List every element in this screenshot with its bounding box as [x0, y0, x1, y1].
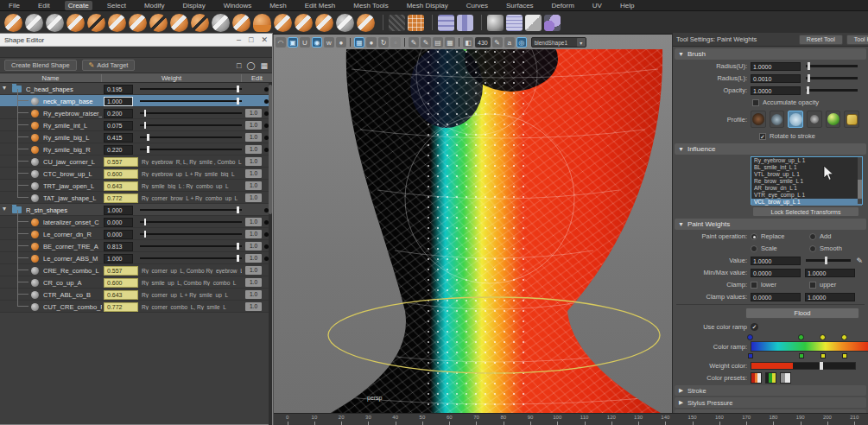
- rotate-to-stroke-checkbox[interactable]: ✓: [759, 133, 766, 140]
- weight-value-field[interactable]: 0.075: [104, 121, 133, 130]
- weight-slider[interactable]: [140, 124, 242, 126]
- shelf-document-icon[interactable]: [506, 15, 523, 31]
- value-slider[interactable]: [806, 259, 851, 262]
- shelf-sphere-icon[interactable]: [232, 14, 250, 32]
- replace-radio[interactable]: [751, 233, 757, 240]
- 3d-viewport[interactable]: ◠▣U◉w●▦●↻▫✎✎▤▦◧430✎a◎blendShape1▾: [274, 35, 672, 413]
- timeline-frame-160[interactable]: 160: [706, 414, 732, 425]
- slider-handle[interactable]: [237, 86, 239, 92]
- clamp-upper-checkbox[interactable]: [809, 282, 816, 289]
- timeline-frame-110[interactable]: 110: [571, 414, 598, 425]
- influence-item-vtl-brow-up-l-1[interactable]: VTL_brow_up_L 1: [751, 171, 862, 178]
- use-color-ramp-checkbox[interactable]: ✓: [751, 323, 758, 331]
- shelf-sphere-icon[interactable]: [295, 14, 313, 32]
- expand-caret-icon[interactable]: ▾: [3, 84, 6, 92]
- weight-slider[interactable]: [140, 100, 242, 102]
- weight-value-field[interactable]: 0.643: [104, 181, 138, 191]
- lock-selected-transforms-button[interactable]: Lock Selected Transforms: [752, 206, 859, 217]
- weight-value-field[interactable]: 0.415: [104, 133, 133, 143]
- menu-select[interactable]: Select: [104, 1, 130, 10]
- radius-u-field[interactable]: 1.0000: [751, 62, 801, 71]
- weight-value-field[interactable]: 0.772: [104, 302, 138, 312]
- influence-item-re-brow-smile-l-1[interactable]: Re_brow_smile_L 1: [751, 178, 862, 185]
- menu-surfaces[interactable]: Surfaces: [503, 1, 537, 10]
- slider-handle[interactable]: [144, 122, 147, 129]
- lasso-tool-icon[interactable]: ◠: [276, 37, 286, 48]
- edit-badge[interactable]: 1.0: [245, 218, 262, 226]
- edit-badge[interactable]: 1.0: [245, 278, 262, 287]
- grid-icon[interactable]: ▦: [445, 37, 455, 48]
- weight-value-field[interactable]: 0.600: [104, 169, 138, 179]
- edit-badge[interactable]: 1.0: [245, 302, 262, 311]
- weight-slider[interactable]: [140, 112, 242, 114]
- shaded-sphere-icon[interactable]: ◎: [516, 37, 527, 48]
- ramp-anchor-icon[interactable]: [842, 353, 847, 358]
- shelf-sphere-box-icon[interactable]: [253, 14, 271, 32]
- shelf-sphere-icon[interactable]: [170, 14, 188, 32]
- weight-slider[interactable]: [140, 245, 242, 247]
- brush-profile-medium-icon[interactable]: [770, 111, 785, 128]
- color-ramp-widget[interactable]: [751, 334, 868, 358]
- shape-row-ry-smile-int-l[interactable]: Ry_smile_int_L0.0751.0: [0, 119, 272, 131]
- brush-section-header[interactable]: ▼ Brush: [675, 48, 866, 60]
- edit-badge[interactable]: 1.0: [245, 242, 262, 251]
- shelf-gray-sphere-icon[interactable]: [212, 14, 230, 32]
- shelf-box-icon[interactable]: [525, 15, 542, 31]
- edit-badge[interactable]: 1.0: [245, 254, 262, 263]
- edit-badge[interactable]: 1.0: [245, 290, 262, 299]
- slider-handle[interactable]: [147, 146, 149, 153]
- shelf-sphere-icon[interactable]: [108, 14, 126, 32]
- edit-badge[interactable]: 1.0: [245, 230, 262, 238]
- shelf-gray-sphere-icon[interactable]: [46, 14, 64, 32]
- slider-handle[interactable]: [237, 255, 239, 262]
- shelf-panel-icon[interactable]: [438, 15, 454, 31]
- section-stroke[interactable]: ▶Stroke: [675, 385, 866, 396]
- snap-point-icon[interactable]: ●: [366, 37, 377, 48]
- radius-u-slider[interactable]: [806, 65, 858, 67]
- menu-modify[interactable]: Modify: [141, 1, 168, 10]
- camera-icon[interactable]: ◧: [463, 37, 473, 48]
- close-button[interactable]: ✕: [261, 36, 268, 44]
- menu-windows[interactable]: Windows: [220, 1, 255, 10]
- weight-value-field[interactable]: 0.643: [104, 290, 138, 300]
- menu-help[interactable]: Help: [617, 1, 637, 10]
- weight-slider[interactable]: [140, 136, 242, 138]
- create-blendshape-button[interactable]: Create Blend Shape: [4, 60, 77, 71]
- shape-row-ry-smile-big-l[interactable]: Ry_smile_big_L0.4151.0: [0, 131, 272, 143]
- influence-list[interactable]: Ry_eyebrow_up_L 1BL_smile_int_L 1VTL_bro…: [751, 156, 863, 205]
- ramp-handle-icon[interactable]: [747, 334, 753, 340]
- timeline-frame-10[interactable]: 10: [301, 414, 327, 425]
- weight-slider[interactable]: [140, 149, 242, 150]
- shape-row-cu-jaw-corner-l[interactable]: CU_jaw_corner_L0.557Ry_eyebrow_R, L, Ry_…: [0, 155, 272, 168]
- color-preset-gray-swatch[interactable]: [780, 372, 791, 384]
- shelf-sphere-icon[interactable]: [4, 14, 22, 32]
- point-icon[interactable]: ●: [336, 37, 346, 48]
- timeline-frame-180[interactable]: 180: [760, 414, 787, 425]
- shelf-sphere-slash-icon[interactable]: [149, 14, 168, 32]
- frame-chip[interactable]: 430: [475, 37, 491, 48]
- shape-row-trt-jaw-open-l[interactable]: TRT_jaw_open_L0.643Ry_smile_big_L : Ry_c…: [0, 180, 272, 192]
- shape-editor-scrollbar[interactable]: [269, 83, 272, 425]
- edit-badge[interactable]: 1.0: [245, 121, 262, 130]
- shelf-gray-sphere-icon[interactable]: [336, 14, 354, 32]
- timeline-frame-60[interactable]: 60: [436, 414, 463, 425]
- edit-badge[interactable]: 1.0: [245, 266, 262, 275]
- shape-editor-titlebar[interactable]: Shape Editor – □ ✕: [0, 34, 272, 47]
- character-icon[interactable]: ✎: [409, 37, 419, 48]
- weight-value-field[interactable]: 0.195: [104, 85, 133, 94]
- new-document-icon[interactable]: □: [237, 61, 241, 70]
- shape-row-le-corner-abs-m[interactable]: Le_corner_ABS_M1.0001.0: [0, 252, 272, 264]
- ramp-handle-icon[interactable]: [798, 334, 804, 340]
- edit-column-header[interactable]: Edit: [241, 74, 272, 82]
- filter-circle-icon[interactable]: ◯: [246, 61, 255, 70]
- shape-row-ctr-abl-co-b[interactable]: CTR_ABL_co_B0.643Ry_corner_up_L + Ry_smi…: [0, 289, 272, 301]
- clamp-lower-checkbox[interactable]: [751, 282, 757, 289]
- color-preset-warm-swatch[interactable]: [751, 372, 762, 384]
- snap-grid-icon[interactable]: ▦: [354, 37, 364, 48]
- shelf-grid-icon[interactable]: [408, 15, 424, 31]
- timeline-frame-200[interactable]: 200: [814, 414, 840, 425]
- shelf-creature-icon[interactable]: [389, 15, 405, 31]
- shelf-sphere-slash-icon[interactable]: [87, 14, 105, 32]
- timeline-frame-20[interactable]: 20: [328, 414, 355, 425]
- shape-row-lateralizer-onset-c[interactable]: lateralizer_onset_C0.0001.0: [0, 216, 272, 228]
